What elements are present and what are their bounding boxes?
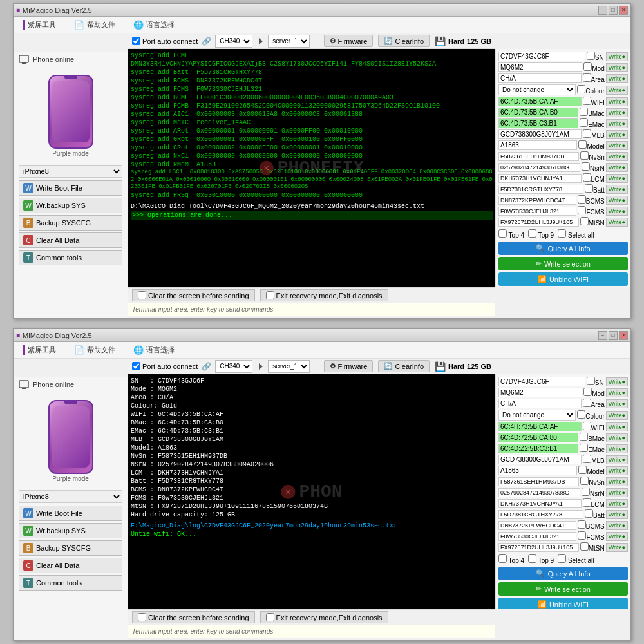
mod-field-2[interactable] bbox=[498, 388, 582, 397]
mtsn-write-btn-2[interactable]: Write● bbox=[606, 543, 628, 552]
mtsn-field-2[interactable] bbox=[498, 543, 579, 552]
nvsn-field-2[interactable] bbox=[498, 477, 579, 486]
menu-language-1[interactable]: 🌐 语言选择 bbox=[129, 19, 178, 31]
server-select-1[interactable]: server_1 bbox=[268, 35, 310, 48]
minimize-btn-2[interactable]: － bbox=[598, 331, 607, 340]
lcm-field-2[interactable] bbox=[498, 499, 582, 508]
batt-write-btn-1[interactable]: Write● bbox=[606, 185, 628, 194]
emac-field-1[interactable] bbox=[498, 118, 578, 128]
query-all-info-btn-2[interactable]: 🔍 Query All Info bbox=[498, 567, 628, 580]
clear-all-data-btn-2[interactable]: C Clear All Data bbox=[19, 558, 122, 573]
firmware-btn-2[interactable]: ⚙ Firmware bbox=[324, 360, 374, 372]
port-select-1[interactable]: CH340 bbox=[215, 35, 252, 48]
wifi-write-btn-1[interactable]: Write● bbox=[606, 97, 628, 106]
terminal-2[interactable]: ✕ PHON SN : C7DVF43GJC6F Mode : MQ6M2 Ar… bbox=[128, 374, 495, 609]
model-select-2[interactable]: iPhxne8 bbox=[19, 490, 122, 503]
mlb-field-2[interactable] bbox=[498, 455, 582, 464]
lcm-write-btn-2[interactable]: Write● bbox=[606, 499, 628, 508]
mtsn-write-btn-1[interactable]: Write● bbox=[606, 218, 628, 227]
close-btn-1[interactable]: ✕ bbox=[619, 6, 628, 15]
clear-info-btn-2[interactable]: 🔄 ClearInfo bbox=[378, 360, 430, 372]
mlb-write-btn-2[interactable]: Write● bbox=[606, 455, 628, 464]
firmware-btn-1[interactable]: ⚙ Firmware bbox=[324, 35, 374, 47]
menu-language-2[interactable]: 🌐 语言选择 bbox=[129, 344, 178, 356]
close-btn-2[interactable]: ✕ bbox=[619, 331, 628, 340]
fcms-field-2[interactable] bbox=[498, 532, 576, 541]
wifi-field-1[interactable] bbox=[498, 97, 582, 106]
area-write-btn-1[interactable]: Write● bbox=[606, 74, 628, 83]
unbind-wifi-btn-1[interactable]: 📶 Unbind WIFI bbox=[498, 272, 628, 286]
port-select-2[interactable]: CH340 bbox=[215, 360, 252, 373]
write-selection-btn-2[interactable]: ✏ Write selection bbox=[498, 582, 628, 596]
lcm-write-btn-1[interactable]: Write● bbox=[606, 174, 628, 183]
emac-write-btn-1[interactable]: Write● bbox=[606, 119, 628, 128]
wifi-field-2[interactable] bbox=[498, 422, 582, 431]
menu-purple-tools-2[interactable]: 紫屏工具 bbox=[19, 344, 60, 357]
model-field-2[interactable] bbox=[498, 466, 577, 475]
terminal-1[interactable]: ✕ PHONEFIX sysreg add LCME DMN3Y3R41VCHN… bbox=[128, 49, 495, 287]
server-select-2[interactable]: server_1 bbox=[268, 360, 310, 373]
bmac-field-1[interactable] bbox=[498, 108, 578, 117]
model-write-btn-1[interactable]: Write● bbox=[606, 141, 628, 150]
wr-backup-sys-btn-2[interactable]: W Wr.backup SYS bbox=[19, 523, 122, 538]
menu-help-1[interactable]: 📄 帮助文件 bbox=[70, 19, 119, 31]
batt-field-1[interactable] bbox=[498, 185, 583, 194]
colour-select-2[interactable]: Do not change Gold bbox=[498, 410, 576, 421]
colour-select-1[interactable]: Do not change Gold Silver Space Gray bbox=[498, 84, 576, 95]
maximize-btn-2[interactable]: □ bbox=[609, 331, 618, 340]
clear-info-btn-1[interactable]: 🔄 ClearInfo bbox=[378, 35, 430, 47]
bcms-field-1[interactable] bbox=[498, 196, 576, 205]
colour-write-btn-2[interactable]: Write● bbox=[606, 411, 628, 420]
area-write-btn-2[interactable]: Write● bbox=[606, 399, 628, 408]
area-field-1[interactable] bbox=[498, 73, 582, 83]
nvsn-write-btn-2[interactable]: Write● bbox=[606, 477, 628, 486]
minimize-btn-1[interactable]: － bbox=[598, 6, 607, 15]
bcms-field-2[interactable] bbox=[498, 521, 576, 530]
sn-write-btn-1[interactable]: Write● bbox=[606, 52, 628, 61]
batt-write-btn-2[interactable]: Write● bbox=[606, 510, 628, 519]
backup-syscfg-btn-2[interactable]: B Backup SYSCFG bbox=[19, 540, 122, 556]
wr-backup-sys-btn-1[interactable]: W Wr.backup SYS bbox=[19, 198, 122, 213]
area-field-2[interactable] bbox=[498, 399, 582, 408]
write-selection-btn-1[interactable]: ✏ Write selection bbox=[498, 257, 628, 270]
bmac-field-2[interactable] bbox=[498, 433, 578, 442]
mod-field-1[interactable] bbox=[498, 62, 582, 72]
batt-field-2[interactable] bbox=[498, 510, 583, 519]
model-field-1[interactable] bbox=[498, 140, 577, 150]
fcms-write-btn-1[interactable]: Write● bbox=[606, 207, 628, 216]
port-auto-connect-checkbox-2[interactable]: Port auto connect bbox=[132, 362, 198, 370]
bmac-write-btn-1[interactable]: Write● bbox=[606, 108, 628, 117]
common-tools-btn-2[interactable]: T Common tools bbox=[19, 575, 122, 591]
clear-all-data-btn-1[interactable]: C Clear All Data bbox=[19, 232, 122, 248]
lcm-field-1[interactable] bbox=[498, 174, 582, 183]
menu-help-2[interactable]: 📄 帮助文件 bbox=[70, 344, 119, 356]
mlb-field-1[interactable] bbox=[498, 129, 582, 139]
maximize-btn-1[interactable]: □ bbox=[609, 6, 618, 15]
nsrn-write-btn-2[interactable]: Write● bbox=[606, 488, 628, 497]
backup-syscfg-btn-1[interactable]: B Backup SYSCFG bbox=[19, 215, 122, 231]
fcms-write-btn-2[interactable]: Write● bbox=[606, 532, 628, 541]
sn-write-btn-2[interactable]: Write● bbox=[606, 377, 628, 386]
menu-purple-tools-1[interactable]: 紫屏工具 bbox=[19, 19, 60, 32]
model-write-btn-2[interactable]: Write● bbox=[606, 466, 628, 475]
query-all-info-btn-1[interactable]: 🔍 Query All Info bbox=[498, 242, 628, 255]
mlb-write-btn-1[interactable]: Write● bbox=[606, 130, 628, 139]
colour-write-btn-1[interactable]: Write● bbox=[606, 86, 628, 95]
nsrn-field-2[interactable] bbox=[498, 488, 580, 497]
nvsn-field-1[interactable] bbox=[498, 152, 579, 161]
emac-write-btn-2[interactable]: Write● bbox=[606, 444, 628, 453]
write-boot-file-btn-1[interactable]: W Write Boot File bbox=[19, 180, 122, 196]
fcms-field-1[interactable] bbox=[498, 207, 576, 216]
sn-field-2[interactable] bbox=[498, 377, 585, 386]
mod-write-btn-2[interactable]: Write● bbox=[606, 388, 628, 397]
model-select-1[interactable]: iPhxne8 bbox=[19, 165, 122, 178]
emac-field-2[interactable] bbox=[498, 444, 578, 453]
bmac-write-btn-2[interactable]: Write● bbox=[606, 433, 628, 442]
nvsn-write-btn-1[interactable]: Write● bbox=[606, 152, 628, 161]
nsrn-field-1[interactable] bbox=[498, 163, 580, 172]
bcms-write-btn-2[interactable]: Write● bbox=[606, 521, 628, 530]
bcms-write-btn-1[interactable]: Write● bbox=[606, 196, 628, 205]
write-boot-file-btn-2[interactable]: W Write Boot File bbox=[19, 506, 122, 521]
mtsn-field-1[interactable] bbox=[498, 218, 579, 227]
unbind-wifi-btn-2[interactable]: 📶 Unbind WIFI bbox=[498, 598, 628, 609]
